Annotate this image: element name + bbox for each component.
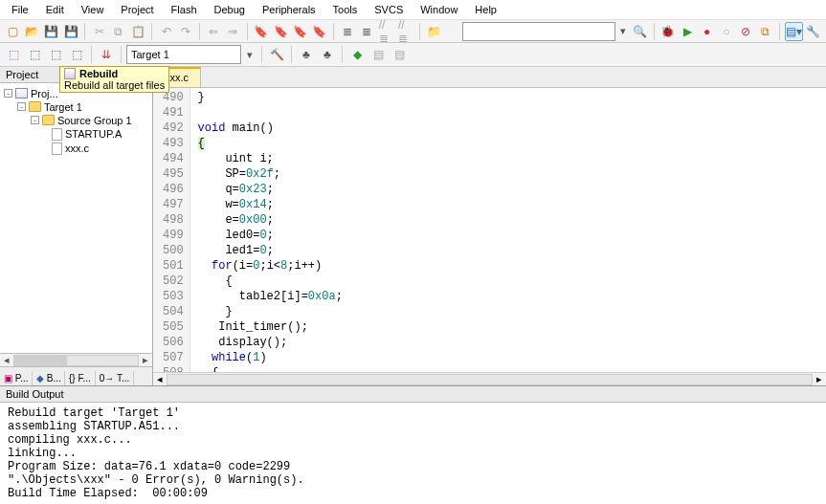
scroll-right-icon[interactable]: ▸ xyxy=(813,373,826,385)
download-icon[interactable]: ⇊ xyxy=(97,45,116,64)
scroll-left-icon[interactable]: ◂ xyxy=(0,354,13,366)
project-hscroll[interactable]: ◂ ▸ xyxy=(0,353,152,366)
build-output-text[interactable]: Rebuild target 'Target 1' assembling STA… xyxy=(0,403,826,504)
bookmark-clear-icon[interactable]: 🔖 xyxy=(311,22,328,41)
target-dropdown-icon[interactable]: ▾ xyxy=(243,49,257,61)
unused2-icon[interactable]: ▤ xyxy=(390,45,409,64)
menu-view[interactable]: View xyxy=(74,2,112,17)
paste-icon[interactable]: 📋 xyxy=(129,22,146,41)
menu-help[interactable]: Help xyxy=(467,2,504,17)
file-icon xyxy=(52,128,62,141)
scroll-track[interactable] xyxy=(167,374,813,385)
pack-installer-icon[interactable]: ◆ xyxy=(347,45,367,64)
menu-debug[interactable]: Debug xyxy=(207,2,253,17)
menu-flash[interactable]: Flash xyxy=(164,2,205,17)
file-icon xyxy=(52,142,62,155)
options-icon[interactable]: 🔨 xyxy=(267,45,286,64)
cut-icon[interactable]: ✂ xyxy=(90,22,107,41)
scroll-right-icon[interactable]: ▸ xyxy=(139,354,152,366)
indent-icon[interactable]: ≣ xyxy=(339,22,356,41)
scroll-track[interactable] xyxy=(13,355,139,366)
menu-project[interactable]: Project xyxy=(113,2,161,17)
code-text[interactable]: } void main() { uint i; SP=0x2f; q=0x23;… xyxy=(190,88,350,372)
expander-icon[interactable]: - xyxy=(17,102,26,111)
configure-icon[interactable]: 🔧 xyxy=(805,22,822,41)
code-editor[interactable]: 490 491 492 493 494 495 496 497 498 499 … xyxy=(153,88,826,372)
editor-hscroll[interactable]: ◂ ▸ xyxy=(153,372,826,385)
scroll-thumb[interactable] xyxy=(14,356,67,365)
menu-file[interactable]: File xyxy=(4,2,36,17)
target-select[interactable]: Target 1 xyxy=(126,45,241,64)
translate-icon[interactable]: ⬚ xyxy=(4,45,23,64)
project-bottom-tabs: ▣ P... ◆ B... {} F... 0→ T... xyxy=(0,366,152,385)
find-icon[interactable]: 🔍 xyxy=(631,22,648,41)
tab-templates[interactable]: 0→ T... xyxy=(96,371,135,385)
tree-file[interactable]: xxx.c xyxy=(2,142,150,156)
menu-svcs[interactable]: SVCS xyxy=(367,2,411,17)
view-dropdown-icon[interactable]: ▤▾ xyxy=(785,22,803,41)
uncomment-icon[interactable]: //≣ xyxy=(397,22,414,41)
tree-file-label: xxx.c xyxy=(65,142,89,154)
scroll-left-icon[interactable]: ◂ xyxy=(153,373,167,385)
outdent-icon[interactable]: ≣ xyxy=(358,22,375,41)
line-number-gutter: 490 491 492 493 494 495 496 497 498 499 … xyxy=(153,88,190,372)
bookmark-prev-icon[interactable]: 🔖 xyxy=(272,22,289,41)
window-icon[interactable]: ⧉ xyxy=(756,22,773,41)
tooltip-desc: Rebuild all target files xyxy=(64,79,165,91)
comment-icon[interactable]: //≣ xyxy=(378,22,395,41)
run-icon[interactable]: ▶ xyxy=(679,22,696,41)
rebuild-tooltip: Rebuild Rebuild all target files xyxy=(59,66,169,93)
expander-icon[interactable]: - xyxy=(31,116,39,124)
find-in-files-icon[interactable]: 📁 xyxy=(425,22,442,41)
separator xyxy=(84,23,85,40)
separator xyxy=(419,23,420,40)
menu-peripherals[interactable]: Peripherals xyxy=(255,2,324,17)
folder-icon xyxy=(29,101,41,112)
separator xyxy=(91,46,92,63)
tab-functions[interactable]: {} F... xyxy=(65,371,96,385)
unused-icon[interactable]: ▤ xyxy=(368,45,388,64)
workspace-icon xyxy=(15,88,28,99)
build-output-title: Build Output xyxy=(0,386,826,403)
separator xyxy=(247,23,248,40)
manage-icon[interactable]: ♣ xyxy=(297,45,316,64)
open-file-icon[interactable]: 📂 xyxy=(23,22,40,41)
bookmark-icon[interactable]: 🔖 xyxy=(253,22,270,41)
separator xyxy=(779,23,780,40)
save-all-icon[interactable]: 💾 xyxy=(62,22,79,41)
tree-root-label: Proj... xyxy=(31,88,58,99)
tab-project[interactable]: ▣ P... xyxy=(0,371,33,385)
tree-file[interactable]: STARTUP.A xyxy=(2,127,150,142)
tree-target[interactable]: - Target 1 xyxy=(2,100,150,114)
nav-back-icon[interactable]: ⇐ xyxy=(205,22,222,41)
save-icon[interactable]: 💾 xyxy=(43,22,60,41)
packs-icon[interactable]: ♣ xyxy=(318,45,337,64)
copy-icon[interactable]: ⧉ xyxy=(110,22,127,41)
kill-bp-icon[interactable]: ⊘ xyxy=(737,22,754,41)
separator xyxy=(121,46,122,63)
rebuild-icon[interactable]: ⬚ xyxy=(46,45,65,64)
menu-window[interactable]: Window xyxy=(413,2,465,17)
redo-icon[interactable]: ↷ xyxy=(177,22,194,41)
breakpoint-icon[interactable]: ● xyxy=(698,22,715,41)
tab-books[interactable]: ◆ B... xyxy=(33,371,65,385)
bookmark-next-icon[interactable]: 🔖 xyxy=(291,22,308,41)
undo-icon[interactable]: ↶ xyxy=(157,22,174,41)
debug-icon[interactable]: 🐞 xyxy=(659,22,677,41)
batch-build-icon[interactable]: ⬚ xyxy=(67,45,86,64)
disable-bp-icon[interactable]: ○ xyxy=(718,22,735,41)
separator xyxy=(342,46,343,63)
find-dropdown-icon[interactable]: ▾ xyxy=(617,25,630,37)
menu-tools[interactable]: Tools xyxy=(325,2,366,17)
separator xyxy=(199,23,200,40)
find-combo[interactable] xyxy=(462,22,615,41)
tooltip-title: Rebuild xyxy=(79,68,118,79)
menu-edit[interactable]: Edit xyxy=(38,2,72,17)
separator xyxy=(291,46,292,63)
new-file-icon[interactable]: ▢ xyxy=(4,22,21,41)
nav-fwd-icon[interactable]: ⇒ xyxy=(224,22,241,41)
build-icon[interactable]: ⬚ xyxy=(25,45,44,64)
tree-group[interactable]: - Source Group 1 xyxy=(2,114,150,127)
project-tree[interactable]: - Proj... - Target 1 - Source Group 1 ST… xyxy=(0,83,152,353)
expander-icon[interactable]: - xyxy=(4,89,12,98)
